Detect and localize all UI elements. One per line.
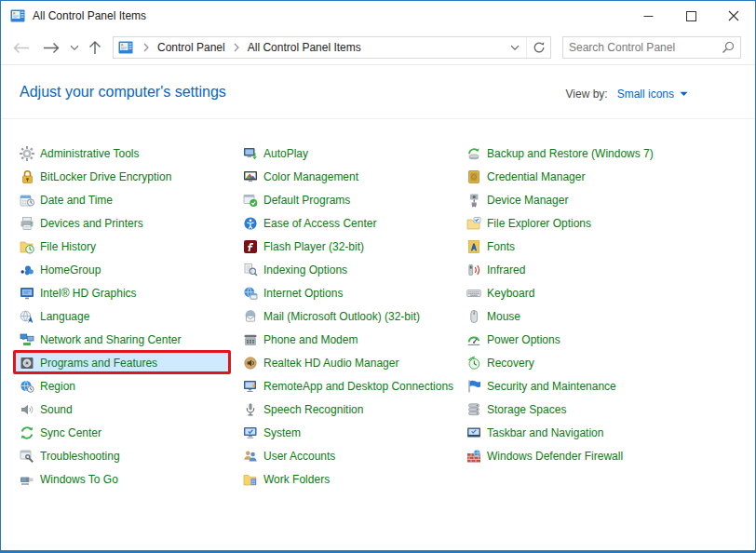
item-taskbar-and-navigation[interactable]: Taskbar and Navigation [466,421,746,444]
recent-pages-button[interactable] [70,45,79,51]
file-history-icon [20,239,34,254]
item-language[interactable]: Language [20,304,236,328]
item-label: Flash Player (32-bit) [263,240,364,253]
page-header: Adjust your computer's settings View by:… [1,65,755,119]
item-devices-and-printers[interactable]: Devices and Printers [20,211,236,235]
item-label: Taskbar and Navigation [487,426,603,439]
item-storage-spaces[interactable]: Storage Spaces [466,398,746,421]
file-explorer-options-icon [466,216,481,231]
item-mail-microsoft-outlook-32-bit[interactable]: Mail (Microsoft Outlook) (32-bit) [243,304,459,328]
close-icon [728,10,739,21]
item-color-management[interactable]: Color Management [243,165,459,188]
item-label: Fonts [487,240,515,253]
item-label: Administrative Tools [40,147,140,160]
breadcrumb-chevron-icon[interactable] [137,43,155,52]
view-by-value: Small icons [617,88,674,101]
speech-recognition-icon [243,402,258,417]
item-administrative-tools[interactable]: Administrative Tools [20,142,236,165]
realtek-audio-icon [243,356,258,371]
item-device-manager[interactable]: Device Manager [466,188,746,211]
back-button[interactable] [12,42,30,54]
item-mouse[interactable]: Mouse [466,304,746,328]
item-region[interactable]: Region [20,374,236,398]
remoteapp-icon [243,379,258,394]
item-windows-defender-firewall[interactable]: Windows Defender Firewall [466,444,746,467]
breadcrumb-all-control-panel-items[interactable]: All Control Panel Items [246,39,363,56]
item-keyboard[interactable]: Keyboard [466,281,746,304]
item-security-and-maintenance[interactable]: Security and Maintenance [466,374,746,398]
item-label: Date and Time [40,194,113,207]
item-indexing-options[interactable]: Indexing Options [243,258,459,281]
item-credential-manager[interactable]: Credential Manager [466,165,746,188]
item-label: Backup and Restore (Windows 7) [487,147,654,160]
item-sync-center[interactable]: Sync Center [20,421,236,444]
item-power-options[interactable]: Power Options [466,328,746,351]
up-button[interactable] [88,40,101,55]
item-intel-hd-graphics[interactable]: Intel® HD Graphics [20,281,236,304]
item-sound[interactable]: Sound [20,398,236,421]
item-network-and-sharing-center[interactable]: Network and Sharing Center [20,328,236,351]
close-button[interactable] [712,1,755,31]
address-dropdown-button[interactable] [504,37,526,58]
backup-restore-icon [466,146,481,161]
item-label: Devices and Printers [40,217,143,230]
address-bar[interactable]: Control Panel All Control Panel Items [113,36,551,59]
maximize-button[interactable] [669,1,712,31]
minimize-icon [643,11,654,21]
item-date-and-time[interactable]: Date and Time [20,188,236,211]
item-remoteapp-and-desktop-connections[interactable]: RemoteApp and Desktop Connections [243,374,459,398]
recovery-icon [466,356,481,371]
forward-button[interactable] [43,42,61,54]
view-by-dropdown[interactable]: Small icons [617,88,688,101]
page-title: Adjust your computer's settings [20,84,226,101]
item-windows-to-go[interactable]: Windows To Go [20,467,236,491]
item-label: BitLocker Drive Encryption [40,170,171,183]
sync-center-icon [20,425,34,440]
control-panel-icon [118,40,133,55]
caret-down-icon [680,91,688,97]
item-speech-recognition[interactable]: Speech Recognition [243,398,459,421]
intel-hd-graphics-icon [20,286,34,301]
item-file-explorer-options[interactable]: File Explorer Options [466,211,746,235]
item-work-folders[interactable]: Work Folders [243,467,459,491]
breadcrumb-control-panel[interactable]: Control Panel [155,39,227,56]
minimize-button[interactable] [627,1,669,31]
homegroup-icon [20,263,34,277]
device-manager-icon [466,193,481,208]
item-label: Device Manager [487,194,568,207]
item-default-programs[interactable]: Default Programs [243,188,459,211]
refresh-button[interactable] [526,37,550,58]
item-label: Windows Defender Firewall [487,450,623,463]
item-ease-of-access-center[interactable]: Ease of Access Center [243,211,459,235]
item-file-history[interactable]: File History [20,235,236,258]
item-backup-and-restore-windows-7[interactable]: Backup and Restore (Windows 7) [466,142,746,165]
power-options-icon [466,332,481,347]
item-label: User Accounts [263,450,335,463]
search-icon[interactable] [722,41,735,54]
up-arrow-icon [88,40,101,55]
control-panel-icon [10,8,25,23]
item-label: AutoPlay [263,147,308,160]
item-recovery[interactable]: Recovery [466,351,746,374]
item-label: Internet Options [263,287,343,300]
item-system[interactable]: System [243,421,459,444]
breadcrumb-chevron-icon[interactable] [227,43,246,52]
item-phone-and-modem[interactable]: Phone and Modem [243,328,459,351]
item-user-accounts[interactable]: User Accounts [243,444,459,467]
item-label: File History [40,240,96,253]
item-infrared[interactable]: Infrared [466,258,746,281]
search-input[interactable] [569,41,722,54]
item-flash-player-32-bit[interactable]: Flash Player (32-bit) [243,235,459,258]
window-title: All Control Panel Items [33,9,146,22]
item-autoplay[interactable]: AutoPlay [243,142,459,165]
item-realtek-hd-audio-manager[interactable]: Realtek HD Audio Manager [243,351,459,374]
windows-to-go-icon [20,472,34,487]
item-fonts[interactable]: Fonts [466,235,746,258]
item-programs-and-features[interactable]: Programs and Features [20,351,236,374]
item-bitlocker-drive-encryption[interactable]: BitLocker Drive Encryption [20,165,236,188]
chevron-down-icon [70,45,79,51]
item-internet-options[interactable]: Internet Options [243,281,459,304]
control-panel-window: All Control Panel Items [0,0,756,553]
item-homegroup[interactable]: HomeGroup [20,258,236,281]
item-troubleshooting[interactable]: Troubleshooting [20,444,236,467]
